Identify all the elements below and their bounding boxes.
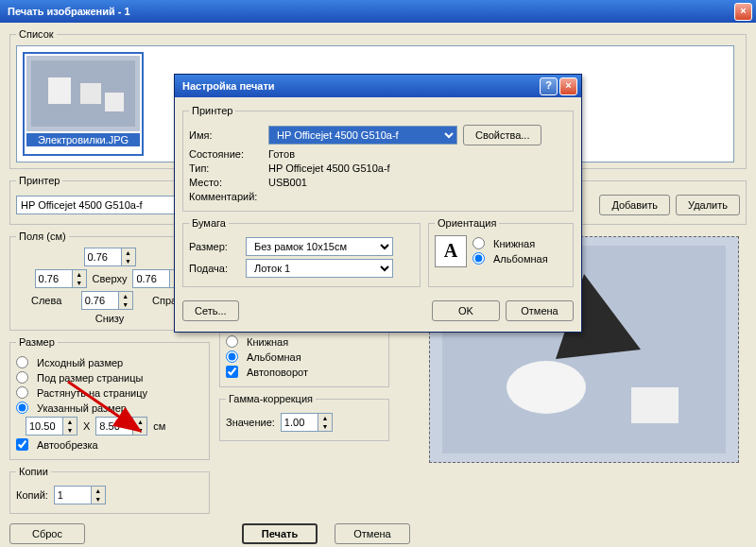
autocrop-checkbox[interactable] bbox=[16, 438, 28, 451]
margin-bottom-spinner[interactable]: ▲▼ bbox=[81, 291, 133, 310]
paper-group: Бумага Размер:Без рамок 10x15см Подача:Л… bbox=[182, 217, 421, 287]
size-legend: Размер bbox=[16, 336, 58, 348]
dialog-orientation-group: Ориентация A Книжная Альбомная bbox=[428, 217, 574, 287]
properties-button[interactable]: Свойства... bbox=[463, 125, 541, 145]
help-icon[interactable]: ? bbox=[540, 77, 558, 95]
height-spinner[interactable]: ▲▼ bbox=[95, 417, 147, 436]
portrait-radio[interactable] bbox=[226, 335, 238, 348]
gamma-spinner[interactable]: ▲▼ bbox=[281, 413, 333, 432]
spin-up-icon[interactable]: ▲ bbox=[122, 248, 135, 257]
dialog-printer-group: Принтер Имя: HP Officejet 4500 G510a-f С… bbox=[182, 105, 574, 212]
dialog-landscape-radio[interactable] bbox=[472, 252, 485, 265]
svg-rect-2 bbox=[80, 83, 101, 104]
cancel-button[interactable]: Отмена bbox=[335, 523, 410, 544]
size-custom-radio[interactable] bbox=[16, 402, 28, 414]
print-button[interactable]: Печать bbox=[242, 523, 318, 544]
dialog-portrait-radio[interactable] bbox=[472, 237, 485, 249]
thumbnail-image bbox=[26, 56, 140, 131]
printer-legend: Принтер bbox=[16, 175, 62, 186]
orientation-preview-icon: A bbox=[435, 235, 467, 267]
close-icon[interactable]: × bbox=[734, 3, 752, 21]
printer-select[interactable]: HP Officejet 4500 G510a-f bbox=[268, 126, 457, 145]
ok-button[interactable]: OK bbox=[432, 300, 500, 321]
svg-point-6 bbox=[507, 361, 586, 414]
reset-button[interactable]: Сброс bbox=[9, 523, 85, 544]
size-stretch-radio[interactable] bbox=[16, 386, 28, 399]
remove-button[interactable]: Удалить bbox=[676, 195, 740, 215]
margin-top-label: Сверху bbox=[93, 273, 128, 284]
dialog-titlebar: Настройка печати ? × bbox=[175, 75, 581, 97]
margin-left-spinner[interactable]: ▲▼ bbox=[35, 269, 87, 288]
thumbnail-item[interactable]: Электровилки.JPG bbox=[23, 52, 144, 156]
copies-legend: Копии bbox=[16, 466, 51, 477]
landscape-radio[interactable] bbox=[226, 350, 238, 363]
svg-rect-1 bbox=[48, 77, 71, 104]
window-title: Печать изображений - 1 bbox=[8, 6, 130, 17]
copies-group: Копии Копий: ▲▼ bbox=[9, 466, 210, 514]
network-button[interactable]: Сеть... bbox=[182, 300, 239, 321]
svg-rect-7 bbox=[631, 387, 679, 423]
list-legend: Список bbox=[16, 28, 57, 40]
print-setup-dialog: Настройка печати ? × Принтер Имя: HP Off… bbox=[174, 74, 582, 333]
gamma-legend: Гамма-коррекция bbox=[226, 393, 316, 404]
size-fit-radio[interactable] bbox=[16, 371, 28, 384]
margin-left-label: Слева bbox=[31, 295, 61, 306]
main-titlebar: Печать изображений - 1 × bbox=[0, 0, 756, 23]
copies-spinner[interactable]: ▲▼ bbox=[54, 486, 106, 504]
paper-size-select[interactable]: Без рамок 10x15см bbox=[246, 237, 393, 256]
margin-bottom-label: Снизу bbox=[95, 313, 125, 324]
dialog-close-icon[interactable]: × bbox=[559, 77, 577, 95]
add-button[interactable]: Добавить bbox=[599, 195, 670, 215]
width-spinner[interactable]: ▲▼ bbox=[26, 417, 77, 436]
gamma-group: Гамма-коррекция Значение: ▲▼ bbox=[219, 393, 389, 441]
thumbnail-label: Электровилки.JPG bbox=[26, 133, 140, 146]
spin-down-icon[interactable]: ▼ bbox=[122, 257, 135, 265]
svg-rect-3 bbox=[105, 93, 124, 111]
paper-source-select[interactable]: Лоток 1 bbox=[246, 259, 393, 278]
size-group: Размер Исходный размер Под размер страни… bbox=[9, 336, 210, 460]
dialog-cancel-button[interactable]: Отмена bbox=[506, 300, 574, 321]
size-original-radio[interactable] bbox=[16, 356, 28, 368]
dialog-title: Настройка печати bbox=[182, 80, 275, 92]
autorotate-checkbox[interactable] bbox=[226, 366, 238, 378]
margin-top-spinner[interactable]: ▲▼ bbox=[84, 248, 136, 266]
margins-legend: Поля (см) bbox=[16, 231, 69, 242]
